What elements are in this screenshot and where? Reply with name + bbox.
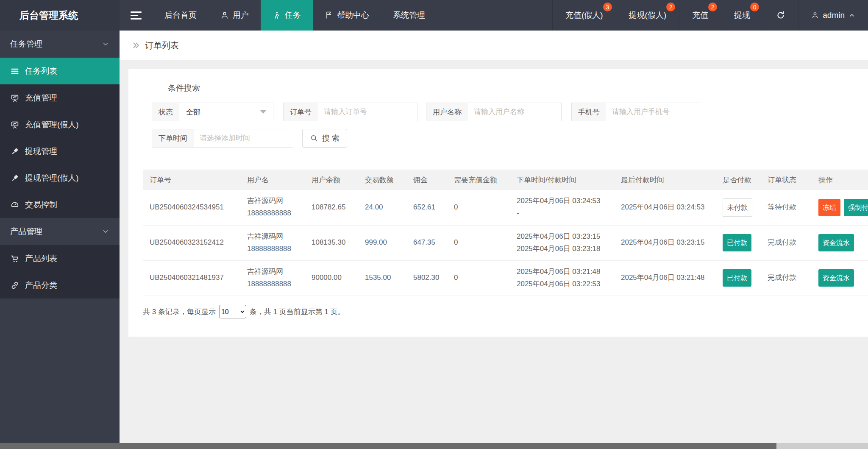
user-name-text: 吉祥源码网 <box>247 231 305 243</box>
cell-balance: 90000.00 <box>305 260 358 296</box>
order-time-group: 下单时间 <box>152 129 293 148</box>
pay-time-text: 2025年04月06日 03:23:18 <box>517 243 614 255</box>
sidebar-section-task-management[interactable]: 任务管理 <box>0 31 120 58</box>
cell-paid-status: 已付款 <box>716 225 761 260</box>
gavel-icon <box>10 173 19 183</box>
hamburger-icon <box>131 11 142 13</box>
sidebar-item-task-list[interactable]: 任务列表 <box>0 58 120 84</box>
user-icon <box>220 11 229 20</box>
flag-icon <box>325 11 333 20</box>
sidebar-item-label: 提现管理 <box>25 146 57 157</box>
cell-user: 吉祥源码网 18888888888 <box>240 190 305 225</box>
nav-item-label: 用户 <box>233 10 249 21</box>
sidebar-toggle-button[interactable] <box>120 0 153 31</box>
username-label: 用户名称 <box>426 103 468 121</box>
col-header: 最后付款时间 <box>614 170 716 190</box>
nav-item-label: 后台首页 <box>164 10 197 21</box>
sidebar-section-label: 产品管理 <box>10 226 42 237</box>
user-name-text: 吉祥源码网 <box>247 195 305 207</box>
username-input[interactable] <box>468 103 561 121</box>
page-size-select[interactable]: 10 <box>219 305 246 318</box>
sidebar-item-label: 充值管理(假人) <box>25 119 79 130</box>
paid-status-badge: 已付款 <box>723 269 751 287</box>
refresh-button[interactable] <box>763 0 798 31</box>
nav-item-label: 提现 <box>734 10 750 21</box>
cell-order-no: UB2504060324534951 <box>143 190 240 225</box>
col-header: 需要充值金额 <box>447 170 510 190</box>
user-menu[interactable]: admin <box>798 0 868 31</box>
phone-input[interactable] <box>606 103 700 121</box>
user-phone-text: 18888888888 <box>247 278 305 290</box>
status-select[interactable]: 全部 <box>179 103 260 121</box>
username-group: 用户名称 <box>426 103 562 121</box>
col-header: 下单时间/付款时间 <box>510 170 614 190</box>
sidebar-item-recharge-management-fake[interactable]: 充值管理(假人) <box>0 111 120 138</box>
pay-time-text: 2025年04月06日 03:22:53 <box>517 278 614 290</box>
top-navbar: 后台管理系统 后台首页 用户 任务 帮助中心 系统管理 充值(假人) 3 提现( <box>0 0 868 31</box>
cell-order-status: 完成付款 <box>761 225 812 260</box>
cell-commission: 652.61 <box>406 190 447 225</box>
cell-commission: 647.35 <box>406 225 447 260</box>
col-header: 用户余额 <box>305 170 358 190</box>
nav-item-tasks[interactable]: 任务 <box>261 0 313 31</box>
sidebar-item-product-category[interactable]: 产品分类 <box>0 272 120 298</box>
search-icon <box>310 134 318 142</box>
table-row: UB2504060323152412 吉祥源码网 18888888888 108… <box>143 225 868 260</box>
chevron-down-icon <box>102 228 109 235</box>
col-header: 交易数额 <box>358 170 406 190</box>
fund-flow-button[interactable]: 资金流水 <box>818 234 854 251</box>
gavel-icon <box>10 147 19 156</box>
col-header: 是否付款 <box>716 170 761 190</box>
order-time-input[interactable] <box>194 129 293 147</box>
app-title: 后台管理系统 <box>0 0 120 31</box>
nav-item-help-center[interactable]: 帮助中心 <box>313 0 381 31</box>
pay-time-text: - <box>517 207 614 220</box>
sidebar: 任务管理 任务列表 充值管理 充值管理(假人) 提现 <box>0 31 120 443</box>
refresh-icon <box>776 11 785 20</box>
fund-flow-button[interactable]: 资金流水 <box>818 269 854 287</box>
order-list-panel: 条件搜索 状态 全部 订单号 用户名称 手机号 <box>128 69 868 337</box>
sidebar-submenu-task: 任务列表 充值管理 充值管理(假人) 提现管理 提现管理(假人) <box>0 58 120 218</box>
freeze-button[interactable]: 冻结 <box>818 199 840 216</box>
sidebar-item-product-list[interactable]: 产品列表 <box>0 245 120 272</box>
nav-item-label: 帮助中心 <box>337 10 369 21</box>
order-no-group: 订单号 <box>283 103 417 121</box>
task-walking-icon <box>273 11 281 20</box>
sidebar-item-label: 产品列表 <box>25 253 57 264</box>
nav-notice-recharge[interactable]: 充值 2 <box>679 0 721 31</box>
cell-last-pay-time: 2025年04月06日 03:21:48 <box>614 260 716 296</box>
table-header-row: 订单号 用户名 用户余额 交易数额 佣金 需要充值金额 下单时间/付款时间 最后… <box>143 170 868 190</box>
nav-item-users[interactable]: 用户 <box>209 0 261 31</box>
notice-count-badge: 2 <box>666 3 675 11</box>
sidebar-item-withdraw-management-fake[interactable]: 提现管理(假人) <box>0 165 120 191</box>
sidebar-item-label: 充值管理 <box>25 92 57 103</box>
sidebar-item-withdraw-management[interactable]: 提现管理 <box>0 138 120 165</box>
order-time-label: 下单时间 <box>152 129 194 147</box>
horizontal-scrollbar-thumb[interactable] <box>0 443 776 449</box>
horizontal-scrollbar[interactable] <box>0 443 868 449</box>
sidebar-item-label: 交易控制 <box>25 199 57 210</box>
breadcrumb: 订单列表 <box>120 31 868 60</box>
cell-order-status: 等待付款 <box>761 190 812 225</box>
nav-item-label: 任务 <box>285 10 301 21</box>
nav-notice-withdraw[interactable]: 提现 0 <box>721 0 763 31</box>
paid-status-badge: 未付款 <box>723 198 752 217</box>
cell-actions: 资金流水 <box>812 260 868 296</box>
cell-last-pay-time: 2025年04月06日 03:24:53 <box>614 190 716 225</box>
nav-notice-recharge-fake[interactable]: 充值(假人) 3 <box>552 0 616 31</box>
force-pay-button[interactable]: 强制付款 <box>844 199 868 216</box>
main-content: 条件搜索 状态 全部 订单号 用户名称 手机号 <box>120 60 868 443</box>
page-title: 订单列表 <box>145 40 179 51</box>
order-no-input[interactable] <box>318 103 417 121</box>
user-phone-text: 18888888888 <box>247 207 305 220</box>
nav-notice-withdraw-fake[interactable]: 提现(假人) 2 <box>616 0 679 31</box>
nav-item-home[interactable]: 后台首页 <box>153 0 209 31</box>
sidebar-item-trade-control[interactable]: 交易控制 <box>0 191 120 218</box>
search-button[interactable]: 搜 索 <box>302 129 347 148</box>
nav-item-system[interactable]: 系统管理 <box>381 0 437 31</box>
sidebar-section-product-management[interactable]: 产品管理 <box>0 218 120 245</box>
nav-item-label: 充值(假人) <box>565 10 603 21</box>
double-chevron-right-icon <box>131 41 141 50</box>
search-button-label: 搜 索 <box>322 133 339 143</box>
sidebar-item-recharge-management[interactable]: 充值管理 <box>0 84 120 111</box>
